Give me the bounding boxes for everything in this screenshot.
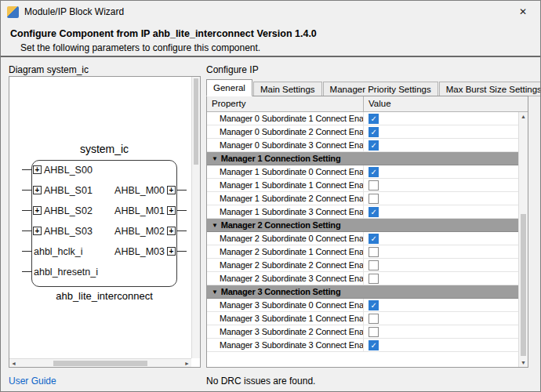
section-header-row[interactable]: ▼Manager 1 Connection Setting: [207, 152, 518, 165]
configure-panel-label: Configure IP: [206, 64, 259, 75]
property-row: Manager 0 Subordinate 2 Connect Enable✓: [207, 125, 518, 139]
property-label: Manager 1 Subordinate 3 Connect Enable: [207, 205, 364, 218]
property-table: Property Value Manager 0 Subordinate 1 C…: [206, 96, 528, 368]
scrollbar-thumb[interactable]: [521, 214, 526, 356]
column-header-value: Value: [364, 96, 528, 111]
value-cell: [364, 192, 518, 205]
collapse-arrow-icon[interactable]: ▼: [212, 155, 218, 162]
connect-enable-checkbox[interactable]: ✓: [369, 340, 379, 350]
value-cell: ✓: [364, 112, 518, 125]
value-cell: ✓: [364, 205, 518, 218]
port-AHBL_S01: +AHBL_S01: [22, 183, 94, 197]
connect-enable-checkbox[interactable]: ✓: [369, 140, 379, 151]
collapse-arrow-icon[interactable]: ▼: [212, 222, 218, 229]
scrollbar-thumb[interactable]: [194, 78, 198, 165]
expand-port-icon[interactable]: +: [33, 165, 42, 174]
property-row: Manager 1 Subordinate 1 Connect Enable: [207, 179, 518, 192]
scroll-left-icon[interactable]: ◄: [11, 361, 16, 366]
property-label: Manager 0 Subordinate 1 Connect Enable: [207, 112, 364, 125]
titlebar[interactable]: Module/IP Block Wizard: [1, 1, 540, 23]
expand-port-icon[interactable]: +: [167, 206, 176, 215]
expand-port-icon[interactable]: +: [167, 186, 176, 194]
connect-enable-checkbox[interactable]: [369, 194, 379, 204]
section-header-row[interactable]: ▼Manager 3 Connection Setting: [207, 285, 518, 299]
value-cell: ✓: [364, 165, 518, 178]
ip-block[interactable]: +AHBL_S00+AHBL_S01+AHBL_S02+AHBL_S03ahbl…: [31, 160, 177, 287]
port-wire-stub: [176, 210, 187, 211]
port-wire-stub: [22, 169, 32, 170]
connect-enable-checkbox[interactable]: ✓: [369, 114, 379, 124]
tab-general[interactable]: General: [206, 79, 252, 96]
tab-main-settings[interactable]: Main Settings: [253, 82, 322, 96]
connect-enable-checkbox[interactable]: ✓: [369, 167, 379, 177]
value-cell: ✓: [364, 299, 518, 311]
connect-enable-checkbox[interactable]: ✓: [369, 300, 379, 310]
port-AHBL_M02: AHBL_M02+: [113, 224, 187, 238]
settings-tab-bar: GeneralMain SettingsManager Priority Set…: [206, 79, 541, 96]
wizard-app-icon: [7, 6, 19, 18]
value-cell: ✓: [364, 232, 518, 245]
expand-port-icon[interactable]: +: [33, 227, 42, 235]
connect-enable-checkbox[interactable]: ✓: [369, 234, 379, 244]
table-body: Manager 0 Subordinate 1 Connect Enable✓M…: [207, 112, 518, 367]
port-label: AHBL_S00: [44, 165, 93, 176]
property-label: Manager 3 Subordinate 3 Connect Enable: [207, 339, 364, 351]
connect-enable-checkbox[interactable]: [369, 260, 379, 270]
scrollbar-thumb[interactable]: [53, 361, 147, 366]
property-label: Manager 2 Subordinate 2 Connect Enable: [207, 259, 364, 271]
property-row: Manager 3 Subordinate 0 Connect Enable✓: [207, 299, 518, 312]
port-wire-stub: [22, 210, 32, 211]
property-label: Manager 1 Subordinate 2 Connect Enable: [207, 192, 364, 205]
port-wire-stub: [22, 271, 32, 272]
connect-enable-checkbox[interactable]: ✓: [369, 127, 379, 137]
port-label: AHBL_M01: [114, 205, 165, 216]
property-row: Manager 2 Subordinate 2 Connect Enable: [207, 259, 518, 272]
connect-enable-checkbox[interactable]: [369, 327, 379, 337]
port-wire-stub: [22, 251, 32, 252]
diagram-vertical-scrollbar[interactable]: [191, 77, 200, 358]
property-row: Manager 3 Subordinate 3 Connect Enable✓: [207, 339, 518, 352]
port-wire-stub: [22, 190, 32, 191]
expand-port-icon[interactable]: +: [33, 186, 42, 194]
property-row: Manager 2 Subordinate 3 Connect Enable: [207, 272, 518, 285]
property-label: Manager 2 Subordinate 3 Connect Enable: [207, 272, 364, 285]
expand-port-icon[interactable]: +: [167, 247, 176, 256]
user-guide-link[interactable]: User Guide: [9, 376, 56, 387]
section-header-row[interactable]: ▼Manager 2 Connection Setting: [207, 219, 518, 232]
property-label: Manager 1 Subordinate 0 Connect Enable: [207, 165, 364, 178]
diagram-horizontal-scrollbar[interactable]: ◄ ►: [9, 358, 191, 367]
collapse-arrow-icon[interactable]: ▼: [212, 289, 218, 296]
expand-port-icon[interactable]: +: [33, 206, 42, 215]
port-label: ahbl_hclk_i: [34, 246, 83, 257]
property-label: Manager 3 Subordinate 0 Connect Enable: [207, 299, 364, 311]
value-cell: [364, 259, 518, 271]
property-label: Manager 3 Subordinate 2 Connect Enable: [207, 325, 364, 338]
table-header: Property Value: [207, 96, 528, 112]
connect-enable-checkbox[interactable]: [369, 314, 379, 324]
property-label: Manager 2 Subordinate 0 Connect Enable: [207, 232, 364, 245]
connect-enable-checkbox[interactable]: [369, 247, 379, 257]
connect-enable-checkbox[interactable]: [369, 274, 379, 284]
column-header-property: Property: [207, 96, 364, 111]
tab-manager-priority-settings[interactable]: Manager Priority Settings: [323, 82, 438, 96]
block-diagram-canvas[interactable]: system_ic +AHBL_S00+AHBL_S01+AHBL_S02+AH…: [9, 76, 201, 368]
port-label: AHBL_M00: [114, 185, 165, 196]
port-AHBL_S02: +AHBL_S02: [22, 204, 94, 217]
table-vertical-scrollbar[interactable]: ▲ ▼: [518, 112, 528, 367]
property-label: Manager 0 Subordinate 2 Connect Enable: [207, 125, 364, 138]
tab-max-burst-size-settings[interactable]: Max Burst Size Settings: [439, 82, 541, 96]
value-cell: ✓: [364, 125, 518, 138]
module-ip-block-wizard-window: Module/IP Block Wizard ✕ Configure Compo…: [0, 0, 541, 392]
connect-enable-checkbox[interactable]: ✓: [369, 207, 379, 217]
close-button[interactable]: ✕: [506, 1, 540, 22]
property-row: Manager 0 Subordinate 1 Connect Enable✓: [207, 112, 518, 125]
connect-enable-checkbox[interactable]: [369, 180, 379, 191]
port-label: AHBL_S02: [44, 205, 93, 216]
port-AHBL_S00: +AHBL_S00: [22, 163, 94, 176]
page-subtitle: Set the following parameters to configur…: [20, 42, 260, 53]
scroll-down-icon[interactable]: ▼: [519, 360, 528, 365]
expand-port-icon[interactable]: +: [167, 227, 176, 235]
port-AHBL_M03: AHBL_M03+: [113, 245, 187, 258]
scroll-up-icon[interactable]: ▲: [519, 114, 528, 119]
scroll-right-icon[interactable]: ►: [184, 361, 190, 366]
